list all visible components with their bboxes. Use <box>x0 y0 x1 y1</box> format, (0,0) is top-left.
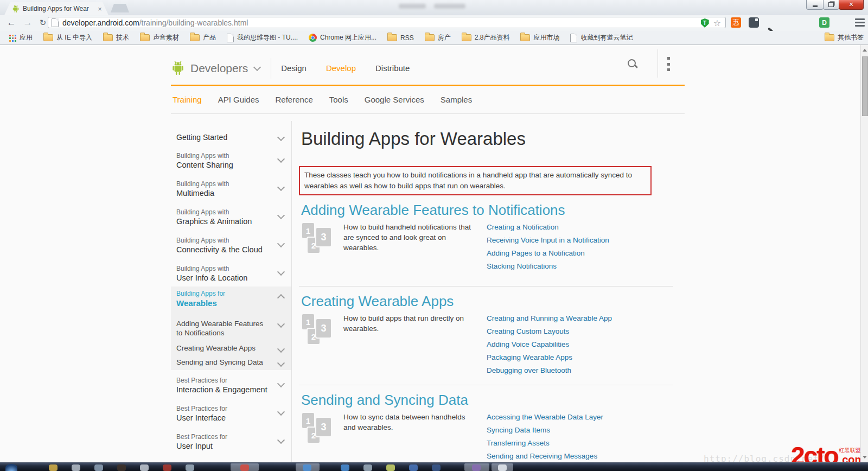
sidebar-item-wearables-active[interactable]: Building Apps forWearables <box>171 287 291 315</box>
taskbar-icon[interactable] <box>72 464 80 471</box>
lesson-link[interactable]: Creating a Notification <box>487 222 609 232</box>
scroll-up-button[interactable] <box>861 46 868 54</box>
minimize-button[interactable] <box>806 0 824 10</box>
taskbar-icon[interactable] <box>363 464 372 471</box>
lesson-link[interactable]: Adding Pages to a Notification <box>487 248 609 258</box>
taskbar-icon[interactable] <box>303 464 311 471</box>
sidebar-item-sending-syncing-data[interactable]: Sending and Syncing Data <box>171 356 291 370</box>
other-bookmarks[interactable]: 其他书签 <box>825 33 864 42</box>
bookmark-apps[interactable]: 应用 <box>9 33 33 42</box>
sidebar-item-content-sharing[interactable]: Building Apps withContent Sharing <box>171 150 291 178</box>
page-scrollbar[interactable] <box>860 45 868 462</box>
tab-samples[interactable]: Samples <box>441 95 472 104</box>
section-heading[interactable]: Sending and Syncing Data <box>301 392 673 408</box>
section-heading[interactable]: Adding Wearable Features to Notification… <box>301 202 673 218</box>
lesson-link[interactable]: Debugging over Bluetooth <box>487 365 612 375</box>
lesson-link[interactable]: Sending and Receiving Messages <box>487 451 603 461</box>
taskbar-icon[interactable] <box>49 464 58 471</box>
sidebar-item-connectivity-cloud[interactable]: Building Apps withConnectivity & the Clo… <box>171 234 291 263</box>
sidebar-item-getting-started[interactable]: Getting Started <box>171 130 291 150</box>
titlebar-ghost-text <box>434 4 465 9</box>
evernote-extension-icon[interactable] <box>749 17 759 28</box>
bookmarks-bar: 应用 从 IE 中导入 技术 声音素材 产品 我的思维导图 - TU.... C… <box>0 31 868 45</box>
tab-google-services[interactable]: Google Services <box>365 95 424 104</box>
windows-taskbar[interactable] <box>0 462 868 471</box>
taskbar-icon[interactable] <box>94 464 103 471</box>
lesson-link[interactable]: Receiving Voice Input in a Notification <box>487 235 609 245</box>
taskbar-icon[interactable] <box>240 464 249 471</box>
browser-tab[interactable]: Building Apps for Wear × <box>4 2 108 15</box>
taskbar-icon[interactable] <box>472 464 481 471</box>
bookmark-star-icon[interactable]: ☆ <box>713 19 721 28</box>
bookmark-page[interactable]: 收藏到有道云笔记 <box>570 33 633 42</box>
tab-tools[interactable]: Tools <box>329 95 348 104</box>
section-heading[interactable]: Creating Wearable Apps <box>301 293 673 309</box>
bookmark-folder[interactable]: RSS <box>387 34 414 42</box>
chevron-down-icon <box>277 155 285 163</box>
tab-reference[interactable]: Reference <box>276 95 313 104</box>
bookmark-folder[interactable]: 2.8产品资料 <box>462 33 510 42</box>
hui-extension-icon[interactable]: 惠 <box>731 17 741 28</box>
bookmark-folder[interactable]: 从 IE 中导入 <box>43 33 92 42</box>
sidebar-item-adding-wearable-features[interactable]: Adding Wearable Featuresto Notifications <box>171 315 291 342</box>
lesson-link[interactable]: Creating and Running a Wearable App <box>487 313 612 323</box>
bookmark-folder[interactable]: 房产 <box>425 33 451 42</box>
overflow-menu-icon[interactable] <box>667 57 670 71</box>
url-text: developer.android.com/training/building-… <box>62 18 248 27</box>
taskbar-icon[interactable] <box>117 464 126 471</box>
lesson-link[interactable]: Accessing the Wearable Data Layer <box>487 412 603 422</box>
bookmark-folder[interactable]: 产品 <box>190 33 216 42</box>
scroll-down-button[interactable] <box>861 453 868 461</box>
folder-icon <box>43 34 53 41</box>
section-wearable-apps: Creating Wearable Apps 123 How to build … <box>299 293 673 385</box>
taskbar-icon[interactable] <box>386 464 395 471</box>
taskbar-icon[interactable] <box>498 464 507 471</box>
developers-brand[interactable]: Developers <box>190 62 248 75</box>
tab-close-icon[interactable]: × <box>95 5 104 13</box>
forward-button[interactable]: → <box>21 16 35 29</box>
nav-distribute[interactable]: Distribute <box>375 63 410 73</box>
page-title: Building Apps for Wearables <box>301 128 673 150</box>
new-tab-button[interactable] <box>111 4 129 12</box>
close-button[interactable]: ✕ <box>839 0 864 10</box>
chevron-down-icon <box>277 133 285 141</box>
tab-training[interactable]: Training <box>173 95 202 104</box>
sidebar-item-user-input[interactable]: Best Practices forUser Input <box>171 431 291 459</box>
tab-api-guides[interactable]: API Guides <box>218 95 259 104</box>
bookmark-folder[interactable]: 技术 <box>103 33 129 42</box>
sidebar-item-interaction-engagement[interactable]: Best Practices forInteraction & Engageme… <box>171 374 291 403</box>
taskbar-icon[interactable] <box>186 464 194 471</box>
bookmark-folder[interactable]: 声音素材 <box>140 33 179 42</box>
start-button[interactable] <box>5 464 17 471</box>
bookmark-folder[interactable]: 应用市场 <box>520 33 559 42</box>
sidebar-item-creating-wearable-apps[interactable]: Creating Wearable Apps <box>171 342 291 356</box>
sidebar-item-multimedia[interactable]: Building Apps withMultimedia <box>171 178 291 206</box>
nav-develop[interactable]: Develop <box>326 63 356 73</box>
address-bar[interactable]: developer.android.com/training/building-… <box>48 17 726 28</box>
lesson-link[interactable]: Syncing Data Items <box>487 425 603 435</box>
chevron-down-icon <box>277 359 285 367</box>
lesson-link[interactable]: Creating Custom Layouts <box>487 326 612 336</box>
taskbar-icon[interactable] <box>341 464 349 471</box>
security-shield-icon[interactable]: T <box>701 18 709 28</box>
chevron-down-icon <box>277 183 285 191</box>
lesson-link[interactable]: Transferring Assets <box>487 438 603 448</box>
pushbullet-extension-icon[interactable]: D <box>819 17 829 28</box>
taskbar-icon[interactable] <box>163 464 171 471</box>
taskbar-icon[interactable] <box>140 464 149 471</box>
taskbar-icon[interactable] <box>409 464 418 471</box>
taskbar-icon[interactable] <box>432 464 441 471</box>
sidebar-item-graphics-animation[interactable]: Building Apps withGraphics & Animation <box>171 206 291 234</box>
bookmark-page[interactable]: 我的思维导图 - TU.... <box>227 33 298 42</box>
bookmark-chrome-store[interactable]: Chrome 网上应用... <box>309 33 376 42</box>
sidebar-item-user-interface[interactable]: Best Practices forUser Interface <box>171 403 291 431</box>
lesson-link[interactable]: Packaging Wearable Apps <box>487 352 612 362</box>
lesson-link[interactable]: Adding Voice Capabilities <box>487 339 612 349</box>
lesson-link[interactable]: Stacking Notifications <box>487 261 609 271</box>
search-icon[interactable] <box>627 58 639 70</box>
nav-design[interactable]: Design <box>281 63 307 73</box>
scrollbar-thumb[interactable] <box>862 56 868 116</box>
restore-button[interactable] <box>823 0 839 10</box>
back-button[interactable]: ← <box>4 16 18 29</box>
chrome-menu-icon[interactable] <box>855 18 865 27</box>
